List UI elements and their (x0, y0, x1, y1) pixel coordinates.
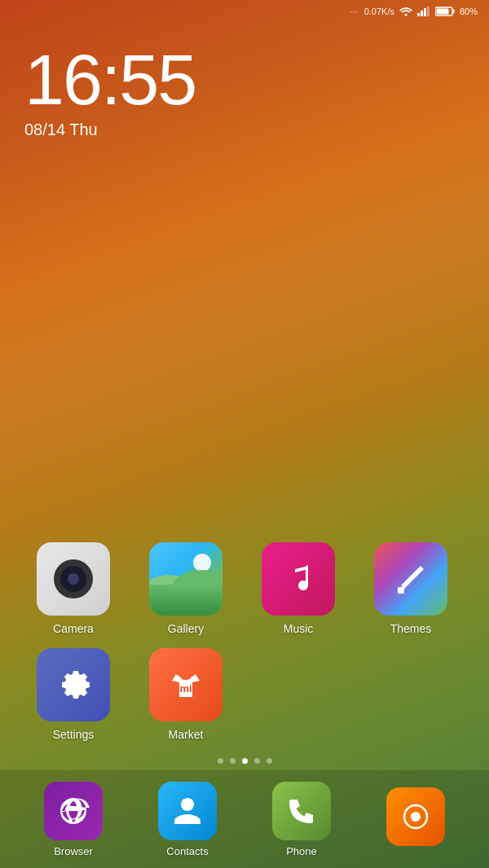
page-dot-5[interactable] (267, 758, 272, 764)
app-themes[interactable]: Themes (362, 542, 460, 635)
themes-icon-bg (374, 542, 447, 616)
page-dot-2[interactable] (230, 758, 236, 764)
svg-rect-2 (424, 8, 426, 16)
svg-rect-6 (436, 9, 448, 15)
svg-rect-5 (452, 10, 454, 14)
settings-icon-bg (37, 648, 110, 721)
battery-percent: 80% (460, 7, 478, 16)
battery-icon (435, 7, 455, 16)
svg-rect-3 (427, 7, 430, 16)
dock: Browser Contacts Phone (0, 770, 489, 868)
dock-phone[interactable]: Phone (272, 782, 331, 857)
music-icon-bg (262, 542, 335, 616)
svg-rect-9 (398, 587, 404, 594)
svg-text:mi: mi (179, 682, 192, 695)
gallery-ground (149, 585, 222, 616)
svg-point-12 (411, 812, 421, 822)
signal-bars-icon (417, 7, 430, 16)
dock-contacts[interactable]: Contacts (158, 782, 217, 857)
contacts-label: Contacts (166, 845, 208, 857)
market-icon-bg: mi (149, 648, 222, 721)
dock-browser[interactable]: Browser (44, 782, 103, 857)
music-label: Music (284, 622, 314, 635)
status-bar: ··· 0.07K/s 80% (0, 0, 489, 20)
svg-rect-0 (417, 13, 420, 16)
browser-icon-bg (44, 782, 103, 840)
page-dot-4[interactable] (254, 758, 260, 764)
camera-lens-outer (54, 559, 93, 598)
clock-date: 08/14 Thu (24, 121, 465, 139)
camera-lens-core (68, 573, 79, 585)
phone-label: Phone (286, 845, 317, 857)
app-row-1: Camera Gallery Mu (16, 542, 473, 635)
page-dot-1[interactable] (218, 758, 223, 764)
network-speed: 0.07K/s (364, 7, 394, 16)
clock-time: 16:55 (24, 44, 465, 116)
camera-icon-bg (37, 542, 110, 616)
camera-label: Camera (53, 622, 94, 635)
browser-label: Browser (54, 845, 93, 857)
app-market[interactable]: mi Market (137, 648, 235, 741)
app-grid: Camera Gallery Mu (0, 542, 489, 754)
clock-area: 16:55 08/14 Thu (0, 20, 489, 147)
app-gallery[interactable]: Gallery (137, 542, 235, 635)
camera-lens-inner (60, 566, 86, 592)
app-camera[interactable]: Camera (24, 542, 122, 635)
wifi-icon (399, 7, 412, 16)
contacts-icon-bg (158, 782, 217, 840)
app-music[interactable]: Music (249, 542, 347, 635)
svg-rect-1 (421, 11, 423, 16)
app-settings[interactable]: Settings (24, 648, 122, 741)
settings-label: Settings (53, 728, 95, 741)
messages-icon-bg (386, 787, 445, 846)
gallery-icon-bg (149, 542, 222, 616)
page-indicators (0, 758, 489, 764)
gallery-label: Gallery (168, 622, 204, 635)
signal-dots-icon: ··· (349, 7, 359, 16)
dock-messages[interactable] (386, 787, 445, 851)
phone-icon-bg (272, 782, 331, 840)
app-row-2: Settings mi Market (16, 648, 473, 741)
themes-label: Themes (390, 622, 432, 635)
page-dot-3[interactable] (242, 758, 248, 764)
market-label: Market (169, 728, 204, 741)
